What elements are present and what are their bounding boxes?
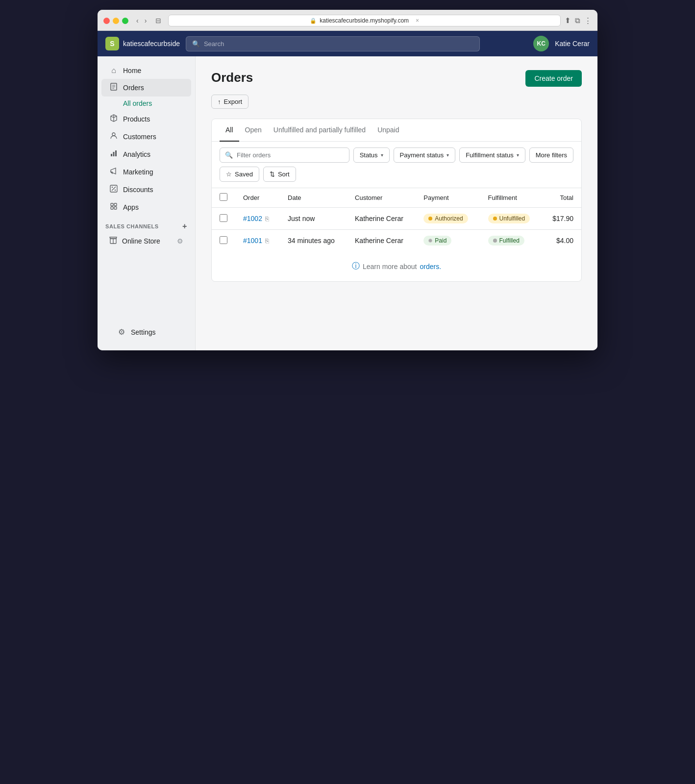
sort-button[interactable]: ⇅ Sort: [263, 167, 296, 182]
app-layout: S katiescafecurbside 🔍 KC Katie Cerar ⌂ …: [98, 31, 597, 350]
row1-payment-dot: [428, 217, 432, 220]
user-avatar[interactable]: KC: [533, 36, 549, 51]
order-column-header: Order: [235, 188, 280, 208]
online-store-left: Online Store: [109, 236, 160, 245]
new-window-button[interactable]: ⧉: [575, 16, 580, 25]
search-bar[interactable]: 🔍: [186, 36, 480, 51]
sidebar-item-analytics-label: Analytics: [123, 150, 150, 158]
order1-copy-icon[interactable]: ⎘: [265, 215, 269, 222]
svg-rect-15: [114, 207, 117, 209]
sidebar-item-products[interactable]: Products: [101, 110, 191, 128]
tab-view-button[interactable]: ⊟: [152, 16, 164, 25]
row1-customer-cell: Katherine Cerar: [347, 208, 416, 230]
share-button[interactable]: ⬆: [565, 16, 571, 25]
order1-link[interactable]: #1002 ⎘: [243, 215, 272, 222]
sidebar-item-marketing[interactable]: Marketing: [101, 163, 191, 181]
create-order-button[interactable]: Create order: [525, 70, 582, 87]
back-button[interactable]: ‹: [134, 16, 141, 25]
sidebar-item-home[interactable]: ⌂ Home: [101, 62, 191, 79]
store-brand[interactable]: S katiescafecurbside: [105, 37, 180, 50]
shopify-logo: S: [105, 37, 119, 50]
sidebar-item-orders-label: Orders: [123, 84, 144, 92]
sidebar-item-home-label: Home: [123, 67, 141, 74]
filters-row: 🔍 Status ▾ Payment status ▾ Fulfillm: [212, 142, 581, 188]
table-row[interactable]: #1001 ⎘ 34 minutes ago Katherine Cerar: [212, 230, 581, 252]
search-input[interactable]: [204, 40, 473, 48]
discounts-icon: [109, 185, 118, 195]
sidebar-item-apps-label: Apps: [123, 203, 139, 211]
order2-copy-icon[interactable]: ⎘: [265, 237, 269, 245]
search-icon: 🔍: [192, 40, 200, 48]
fulfillment-status-filter-button[interactable]: Fulfillment status ▾: [459, 147, 525, 163]
status-filter-button[interactable]: Status ▾: [353, 147, 390, 163]
row2-checkbox[interactable]: [220, 236, 227, 244]
sidebar-settings: ⚙ Settings: [98, 319, 195, 344]
sidebar-item-analytics[interactable]: Analytics: [101, 146, 191, 163]
tab-unfulfilled[interactable]: Unfulfilled and partially fulfilled: [268, 119, 372, 142]
lock-icon: 🔒: [310, 18, 317, 24]
sidebar-item-all-orders[interactable]: All orders: [101, 97, 191, 110]
extensions-button[interactable]: ⋮: [584, 16, 592, 25]
products-icon: [109, 114, 118, 124]
table-header-row: Order Date Customer Payment Fulfillment …: [212, 188, 581, 208]
sidebar-item-apps[interactable]: Apps: [101, 198, 191, 216]
payment-column-header: Payment: [416, 188, 480, 208]
customer-column-header: Customer: [347, 188, 416, 208]
orders-table: Order Date Customer Payment Fulfillment …: [212, 188, 581, 251]
row2-total-cell: $4.00: [542, 230, 581, 252]
sidebar-item-discounts[interactable]: Discounts: [101, 181, 191, 198]
filter-orders-input[interactable]: [237, 151, 344, 159]
status-chevron-icon: ▾: [381, 152, 383, 158]
sidebar-item-orders[interactable]: Orders: [101, 79, 191, 97]
order1-number: #1002: [243, 215, 262, 222]
sidebar-item-customers[interactable]: Customers: [101, 128, 191, 146]
marketing-icon: [109, 167, 118, 177]
sidebar-item-products-label: Products: [123, 115, 150, 123]
tab-close-button[interactable]: ×: [416, 17, 419, 24]
browser-chrome: ‹ › ⊟ 🔒 katiescafecurbside.myshopify.com…: [98, 10, 597, 31]
maximize-traffic-light[interactable]: [122, 18, 128, 24]
row2-payment-cell: Paid: [416, 230, 480, 252]
svg-point-11: [115, 190, 116, 191]
minimize-traffic-light[interactable]: [113, 18, 119, 24]
close-traffic-light[interactable]: [103, 18, 110, 24]
payment-status-filter-label: Payment status: [400, 151, 444, 159]
address-bar[interactable]: 🔒 katiescafecurbside.myshopify.com ×: [168, 15, 561, 26]
select-all-header: [212, 188, 235, 208]
order2-link[interactable]: #1001 ⎘: [243, 237, 272, 245]
row1-total-cell: $17.90: [542, 208, 581, 230]
store-name: katiescafecurbside: [123, 40, 180, 48]
sidebar-item-settings[interactable]: ⚙ Settings: [109, 323, 183, 341]
sidebar-item-settings-label: Settings: [131, 328, 156, 336]
order2-number: #1001: [243, 237, 262, 245]
more-filters-button[interactable]: More filters: [529, 147, 573, 163]
order-search[interactable]: 🔍: [220, 147, 349, 163]
more-filters-label: More filters: [536, 151, 567, 159]
all-orders-label: All orders: [123, 99, 152, 107]
fulfillment-status-filter-label: Fulfillment status: [466, 151, 514, 159]
saved-button[interactable]: ☆ Saved: [220, 167, 259, 182]
add-sales-channel-button[interactable]: +: [182, 222, 187, 231]
learn-more-text: ⓘ Learn more about orders.: [222, 261, 571, 271]
orders-learn-more-link[interactable]: orders.: [420, 263, 441, 270]
table-row[interactable]: #1002 ⎘ Just now Katherine Cerar Au: [212, 208, 581, 230]
svg-rect-12: [111, 203, 113, 206]
select-all-checkbox[interactable]: [220, 193, 227, 201]
settings-icon: ⚙: [117, 327, 126, 337]
row1-checkbox[interactable]: [220, 214, 227, 222]
row1-payment-status: Authorized: [435, 215, 463, 222]
home-icon: ⌂: [109, 66, 118, 75]
export-icon: ↑: [218, 98, 221, 105]
payment-status-filter-button[interactable]: Payment status ▾: [394, 147, 456, 163]
online-store-settings-icon[interactable]: ⚙: [177, 237, 183, 245]
tab-unpaid[interactable]: Unpaid: [372, 119, 405, 142]
row1-fulfillment-status: Unfulfilled: [499, 215, 525, 222]
tab-all[interactable]: All: [220, 119, 239, 142]
orders-icon: [109, 83, 118, 93]
forward-button[interactable]: ›: [143, 16, 149, 25]
row1-payment-badge: Authorized: [423, 214, 468, 223]
sidebar-item-online-store[interactable]: Online Store ⚙: [101, 233, 191, 249]
export-button[interactable]: ↑ Export: [211, 95, 248, 109]
tab-open[interactable]: Open: [239, 119, 268, 142]
sidebar-spacer: [98, 249, 195, 319]
